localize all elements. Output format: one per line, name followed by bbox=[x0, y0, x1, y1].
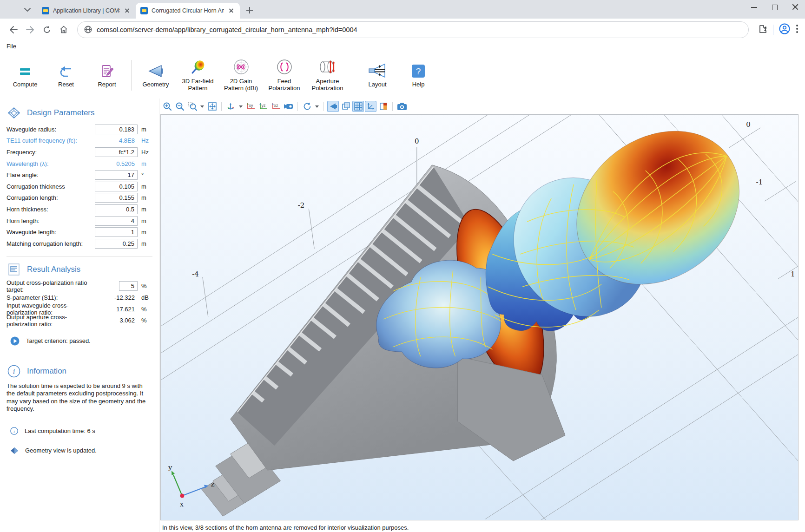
horn-thickness-input[interactable]: 0.5 bbox=[95, 204, 138, 214]
result-row-target: Output cross-polarization ratio target: … bbox=[0, 281, 159, 292]
param-label: Frequency: bbox=[7, 149, 95, 156]
geometry-button[interactable]: Geometry bbox=[135, 62, 176, 88]
feed-polarization-button[interactable]: Feed Polarization bbox=[263, 59, 306, 92]
gain-2d-polar-icon bbox=[233, 59, 249, 75]
feed-polarization-icon bbox=[277, 59, 292, 75]
param-row-corrugation-length: Corrugation length: 0.155 m bbox=[0, 192, 159, 204]
reload-icon[interactable] bbox=[40, 23, 54, 37]
new-tab-button[interactable] bbox=[244, 4, 256, 16]
browser-tab-application-library[interactable]: Application Library | COMSOL S bbox=[37, 3, 136, 19]
home-icon[interactable] bbox=[57, 23, 71, 37]
divider bbox=[323, 102, 324, 111]
profile-icon[interactable] bbox=[779, 23, 790, 36]
zoom-in-icon[interactable] bbox=[161, 101, 173, 112]
help-button[interactable]: ? Help bbox=[398, 62, 439, 88]
minimize-button[interactable] bbox=[751, 4, 758, 10]
axis-label: -1 bbox=[756, 178, 763, 186]
show-grid-toggle[interactable] bbox=[352, 101, 364, 112]
design-parameters-icon bbox=[7, 107, 20, 119]
horn-antenna-3d-scene: 0 -2 -4 0 -1 1 bbox=[161, 115, 798, 520]
back-icon[interactable] bbox=[7, 23, 20, 37]
tab-close-icon[interactable] bbox=[124, 7, 131, 14]
farfield-3d-button[interactable]: 3D Far-field Pattern bbox=[176, 59, 219, 92]
param-label: Corrugation length: bbox=[7, 194, 95, 201]
frequency-input[interactable]: fc*1.2 bbox=[95, 147, 138, 157]
cross-polarization-target-input[interactable]: 5 bbox=[119, 281, 138, 291]
browser-tab-horn-antenna[interactable]: Corrugated Circular Horn Anten bbox=[136, 3, 240, 19]
compute-icon bbox=[18, 62, 32, 78]
triad-y-label: y bbox=[168, 463, 172, 472]
param-row-waveguide-radius: Waveguide radius: 0.183 m bbox=[0, 124, 159, 135]
param-row-frequency: Frequency: fc*1.2 Hz bbox=[0, 146, 159, 158]
divider bbox=[353, 60, 353, 91]
go-to-view-dropdown-icon[interactable] bbox=[239, 105, 243, 108]
param-label: Corrugation thickness bbox=[7, 183, 95, 190]
comsol-favicon-icon bbox=[42, 7, 49, 14]
svg-text:i: i bbox=[13, 429, 15, 434]
unit-label: m bbox=[138, 229, 153, 236]
rotate-view-dropdown-icon[interactable] bbox=[315, 105, 319, 108]
zoom-extents-icon[interactable] bbox=[206, 101, 218, 112]
forward-icon[interactable] bbox=[23, 23, 37, 37]
geometry-horn-icon bbox=[148, 62, 164, 78]
rotate-view-icon[interactable] bbox=[301, 101, 313, 112]
tab-search-chevron-icon[interactable] bbox=[21, 4, 33, 16]
information-body: The solution time is expected to be arou… bbox=[7, 382, 152, 413]
svg-text:?: ? bbox=[416, 66, 421, 76]
show-geometry-toggle[interactable] bbox=[327, 101, 339, 112]
corrugation-length-input[interactable]: 0.155 bbox=[95, 193, 138, 203]
param-label: Wavelength (λ): bbox=[7, 160, 95, 167]
param-label: TE11 cutoff frequency (fc): bbox=[7, 137, 95, 144]
browser-menu-icon[interactable] bbox=[796, 24, 798, 35]
zoom-box-dropdown-icon[interactable] bbox=[200, 105, 204, 108]
axis-label: -2 bbox=[298, 201, 305, 210]
url-bar[interactable]: comsol.com/server-demo/app/library_corru… bbox=[77, 21, 749, 38]
waveguide-radius-input[interactable]: 0.183 bbox=[95, 125, 138, 134]
show-axes-toggle[interactable] bbox=[365, 101, 376, 112]
flare-angle-input[interactable]: 17 bbox=[95, 170, 138, 180]
s-parameter-value: -12.322 bbox=[95, 294, 138, 301]
layout-button[interactable]: Layout bbox=[357, 62, 398, 88]
compute-button[interactable]: Compute bbox=[5, 62, 46, 88]
wavelength-value: 0.5205 bbox=[95, 159, 138, 169]
triad-x-label: x bbox=[180, 500, 184, 508]
view-xy-icon[interactable]: xy bbox=[245, 101, 257, 112]
color-legend-toggle[interactable] bbox=[377, 101, 389, 112]
axis-label: -4 bbox=[192, 270, 199, 278]
snapshot-camera-icon[interactable] bbox=[396, 101, 408, 112]
maximize-button[interactable] bbox=[772, 4, 778, 10]
site-globe-icon bbox=[84, 26, 92, 33]
transparency-toggle[interactable] bbox=[340, 101, 351, 112]
divider bbox=[297, 102, 298, 111]
zoom-out-icon[interactable] bbox=[174, 101, 185, 112]
extensions-icon[interactable] bbox=[758, 24, 767, 35]
close-button[interactable] bbox=[792, 4, 798, 10]
divider bbox=[392, 102, 393, 111]
view-xz-icon[interactable]: xz bbox=[270, 101, 282, 112]
result-label: Output aperture cross-polarization ratio… bbox=[7, 314, 95, 328]
param-row-horn-thickness: Horn thickness: 0.5 m bbox=[0, 204, 159, 215]
divider bbox=[221, 102, 222, 111]
window-controls bbox=[751, 4, 798, 10]
corrugation-thickness-input[interactable]: 0.105 bbox=[95, 182, 138, 191]
report-button[interactable]: Report bbox=[86, 62, 127, 88]
matching-corrugation-length-input[interactable]: 0.25 bbox=[95, 239, 138, 249]
gain-2d-button[interactable]: 2D Gain Pattern (dBi) bbox=[219, 59, 263, 92]
app-menubar: File bbox=[0, 40, 805, 52]
param-label: Matching corrugation length: bbox=[7, 240, 95, 247]
aperture-polarization-button[interactable]: Aperture Polarization bbox=[306, 59, 349, 92]
projection-icon[interactable] bbox=[283, 101, 294, 112]
file-menu[interactable]: File bbox=[7, 43, 16, 50]
go-to-view-icon[interactable] bbox=[225, 101, 237, 112]
waveguide-length-input[interactable]: 1 bbox=[95, 227, 138, 237]
zoom-box-icon[interactable] bbox=[186, 101, 198, 112]
result-row-output-cross-polarization: Output aperture cross-polarization ratio… bbox=[0, 315, 159, 326]
reset-button[interactable]: Reset bbox=[46, 62, 86, 88]
geometry-diamond-icon bbox=[10, 447, 19, 454]
horn-length-input[interactable]: 4 bbox=[95, 216, 138, 226]
viewer-panel: xy yz xz bbox=[159, 99, 805, 532]
view-yz-icon[interactable]: yz bbox=[257, 101, 269, 112]
graphics-canvas[interactable]: 0 -2 -4 0 -1 1 bbox=[160, 114, 798, 520]
geometry-updated-note: Geometry view is updated. bbox=[10, 447, 152, 454]
tab-close-icon[interactable] bbox=[228, 7, 235, 14]
